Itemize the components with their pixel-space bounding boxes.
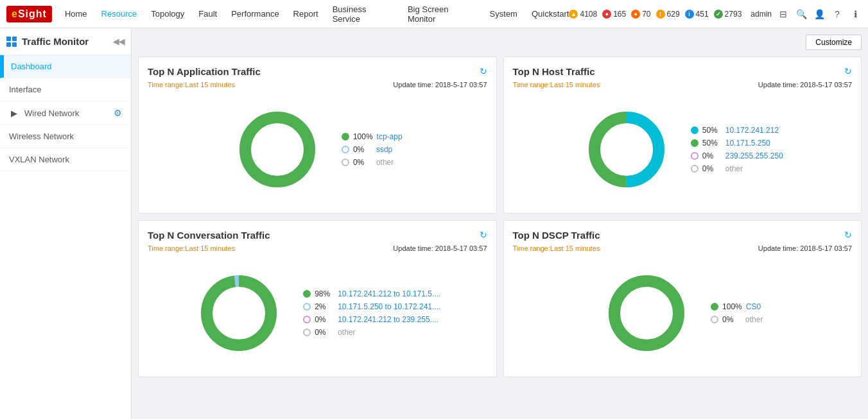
logout-icon[interactable]: ⊟ [777,8,790,21]
legend-dot-host-other [691,165,699,173]
legend-dot-host2 [691,139,699,147]
collapse-button[interactable]: ◀◀ [113,37,125,46]
legend-dot-conv2 [303,303,311,311]
badge-green[interactable]: ✓ 2793 [714,10,742,19]
legend-pct-host3: 0% [702,151,722,160]
card-app-traffic-body: 100% tcp-app 0% ssdp 0% other [148,95,487,204]
card-host-traffic-body: 50% 10.172.241.212 50% 10.171.5.250 0% 2… [513,95,853,204]
legend-pct-ssdp: 0% [353,145,372,154]
nav-business-service[interactable]: Business Service [333,4,394,24]
legend-label-tcp: tcp-app [377,132,403,141]
sidebar-item-interface-label: Interface [9,85,42,94]
user-icon[interactable]: 👤 [813,8,826,21]
card-conversation-traffic-meta: Time range:Last 15 minutes Update time: … [148,244,487,252]
sidebar-item-wireless-label: Wireless Network [9,132,74,141]
sidebar-item-vxlan-network[interactable]: VXLAN Network [0,148,131,171]
card-host-traffic-legend: 50% 10.172.241.212 50% 10.171.5.250 0% 2… [691,126,783,173]
legend-dot-conv-other [303,329,311,336]
dashboard-grid: Top N Application Traffic Time range:Las… [138,56,862,377]
legend-item-conv-other: 0% other [303,328,440,337]
card-conversation-traffic-body: 98% 10.172.241.212 to 10.171.5.... 2% 10… [148,259,487,368]
badge-orange-dot: ● [631,10,640,19]
info-icon[interactable]: ℹ [849,8,862,21]
sidebar: Traffic Monitor ◀◀ Dashboard Interface ▶… [0,28,132,419]
nav-home[interactable]: Home [65,9,87,19]
legend-dot-tcp [342,133,349,141]
nav-system[interactable]: System [490,9,517,19]
badge-blue-dot: i [685,10,694,19]
svg-point-1 [245,117,309,182]
nav-big-screen[interactable]: Big Screen Monitor [408,4,476,24]
nav-topology[interactable]: Topology [151,9,184,19]
card-host-traffic-refresh[interactable]: ↻ [844,66,852,76]
legend-item-host2: 50% 10.171.5.250 [691,139,783,148]
sidebar-item-wireless-network[interactable]: Wireless Network [0,125,131,148]
sidebar-item-wired-network[interactable]: ▶ Wired Network ⚙ [0,101,131,125]
badge-orange2-dot: ! [656,10,665,19]
help-icon[interactable]: ? [831,8,844,21]
card-app-traffic-meta: Time range:Last 15 minutes Update time: … [148,81,487,89]
nav-right: ▲ 4108 ● 165 ● 70 ! 629 i 451 ✓ 2793 adm… [569,8,862,21]
svg-point-6 [207,281,271,345]
legend-dot-cs0 [711,303,718,311]
badge-orange2[interactable]: ! 629 [656,10,680,19]
legend-item-conv1: 98% 10.172.241.212 to 10.171.5.... [303,289,440,298]
badge-yellow[interactable]: ▲ 4108 [569,10,597,19]
card-app-traffic-timerange: Time range:Last 15 minutes [148,81,235,89]
card-dscp-traffic-donut [602,268,691,358]
badge-orange[interactable]: ● 70 [631,10,650,19]
legend-label-host2: 10.171.5.250 [725,139,770,148]
badge-red-count: 165 [613,10,626,19]
badge-blue-count: 451 [696,10,709,19]
legend-dot-host3 [691,152,699,160]
sidebar-item-dashboard-label: Dashboard [11,62,52,71]
legend-item-dscp-other: 0% other [711,315,763,324]
nav-resource[interactable]: Resource [101,9,137,19]
nav-performance[interactable]: Performance [231,9,279,19]
legend-item-conv2: 2% 10.171.5.250 to 10.172.241.... [303,302,440,311]
card-host-traffic-updatetime: Update time: 2018-5-17 03:57 [758,81,852,89]
card-app-traffic-refresh[interactable]: ↻ [480,66,487,76]
sidebar-item-vxlan-label: VXLAN Network [9,155,69,164]
legend-label-host1: 10.172.241.212 [725,126,779,135]
legend-dot-conv3 [303,316,311,323]
legend-item-tcp: 100% tcp-app [342,132,403,141]
legend-label-other-app: other [376,158,394,167]
search-icon[interactable]: 🔍 [795,8,808,21]
sidebar-item-dashboard[interactable]: Dashboard [0,55,131,78]
card-dscp-traffic-timerange: Time range:Last 15 minutes [513,244,600,252]
legend-pct-cs0: 100% [722,302,742,311]
nav-items: Home Resource Topology Fault Performance… [65,4,569,24]
card-host-traffic-timerange: Time range:Last 15 minutes [513,81,600,89]
nav-report[interactable]: Report [293,9,318,19]
card-conversation-traffic-legend: 98% 10.172.241.212 to 10.171.5.... 2% 10… [303,289,440,337]
card-conversation-traffic-updatetime: Update time: 2018-5-17 03:57 [393,244,487,252]
donut-svg-conversation [194,268,284,358]
donut-svg-app [232,105,322,194]
legend-pct-conv3: 0% [315,315,334,324]
gear-icon[interactable]: ⚙ [114,108,122,118]
card-host-traffic: Top N Host Traffic Time range:Last 15 mi… [503,56,862,214]
card-app-traffic-updatetime: Update time: 2018-5-17 03:57 [393,81,487,89]
top-bar: Customize [138,35,862,50]
card-conversation-traffic-donut [194,268,284,358]
sidebar-item-interface[interactable]: Interface [0,78,131,101]
nav-fault[interactable]: Fault [198,9,217,19]
svg-point-9 [614,281,679,345]
card-conversation-traffic-refresh[interactable]: ↻ [480,230,487,240]
nav-quickstart[interactable]: Quickstart [532,9,569,19]
card-dscp-traffic-refresh[interactable]: ↻ [844,230,852,240]
legend-label-conv-other: other [338,328,355,337]
legend-pct-conv-other: 0% [315,328,334,337]
badge-blue[interactable]: i 451 [685,10,709,19]
legend-label-conv1: 10.172.241.212 to 10.171.5.... [338,289,440,298]
legend-dot-dscp-other [711,316,718,323]
badge-yellow-dot: ▲ [569,10,578,19]
card-dscp-traffic-body: 100% CS0 0% other [513,259,853,368]
customize-button[interactable]: Customize [806,35,862,50]
card-app-traffic-donut [232,105,322,194]
card-conversation-traffic-timerange: Time range:Last 15 minutes [148,244,235,252]
legend-item-host-other: 0% other [691,164,783,173]
badge-red[interactable]: ● 165 [602,10,626,19]
legend-item-host3: 0% 239.255.255.250 [691,151,783,160]
